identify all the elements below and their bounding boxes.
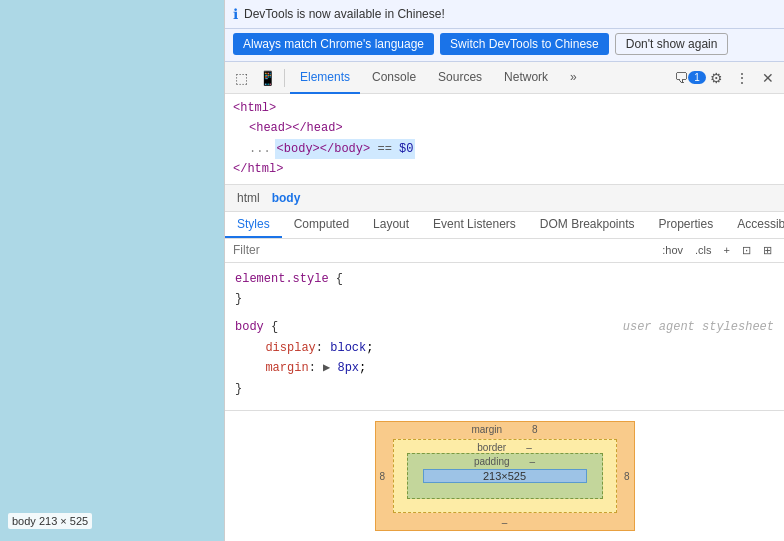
dont-show-again-button[interactable]: Don't show again bbox=[615, 33, 729, 55]
element-style-selector: element.style bbox=[235, 272, 336, 286]
css-styles-panel: element.style { } body { user agent styl… bbox=[225, 263, 784, 410]
display-property[interactable]: display bbox=[265, 341, 315, 355]
breadcrumb-html[interactable]: html bbox=[233, 189, 264, 207]
box-model-diagram: margin 8 8 8 – border – bbox=[375, 421, 635, 531]
breadcrumb: html body bbox=[225, 185, 784, 212]
breadcrumb-body[interactable]: body bbox=[268, 189, 305, 207]
html-open-tag: <html> bbox=[233, 101, 276, 115]
webpage-preview: body 213 × 525 bbox=[0, 0, 225, 541]
element-style-rule: element.style { } bbox=[235, 269, 774, 310]
margin-left-value: 8 bbox=[380, 471, 386, 482]
close-icon[interactable]: ✕ bbox=[756, 66, 780, 90]
user-agent-comment: user agent stylesheet bbox=[623, 317, 774, 337]
more-options-icon[interactable]: ⋮ bbox=[730, 66, 754, 90]
expand-button[interactable]: ⊞ bbox=[759, 242, 776, 259]
body-tag-highlighted: <body></body> == $0 bbox=[275, 139, 416, 159]
main-toolbar: ⬚ 📱 Elements Console Sources Network » 🗨… bbox=[225, 62, 784, 94]
info-icon: ℹ bbox=[233, 6, 238, 22]
subtab-dom-breakpoints[interactable]: DOM Breakpoints bbox=[528, 212, 647, 238]
content-box: 213×525 bbox=[423, 469, 587, 483]
filter-bar: :hov .cls + ⊡ ⊞ bbox=[225, 239, 784, 263]
dom-html-close-tag[interactable]: </html> bbox=[233, 159, 776, 179]
toolbar-right-actions: 🗨 1 ⚙ ⋮ ✕ bbox=[678, 66, 780, 90]
subtab-layout[interactable]: Layout bbox=[361, 212, 421, 238]
dom-html-tag[interactable]: <html> bbox=[233, 98, 776, 118]
border-value: – bbox=[526, 442, 532, 453]
subtab-accessibility[interactable]: Accessibility bbox=[725, 212, 784, 238]
head-tag: <head></head> bbox=[249, 121, 343, 135]
filter-input[interactable] bbox=[233, 243, 652, 257]
border-label: border bbox=[477, 442, 506, 453]
dom-head-tag[interactable]: <head></head> bbox=[233, 118, 776, 138]
padding-value: – bbox=[530, 456, 536, 467]
settings-icon[interactable]: ⚙ bbox=[704, 66, 728, 90]
subtab-properties[interactable]: Properties bbox=[647, 212, 726, 238]
margin-bottom-value: – bbox=[502, 517, 508, 528]
content-size: 213×525 bbox=[483, 470, 526, 482]
margin-right-value: 8 bbox=[624, 471, 630, 482]
filter-actions: :hov .cls + ⊡ ⊞ bbox=[658, 242, 776, 259]
device-toggle-icon[interactable]: 📱 bbox=[255, 66, 279, 90]
tab-more[interactable]: » bbox=[560, 62, 587, 94]
tab-console[interactable]: Console bbox=[362, 62, 426, 94]
feedback-icon[interactable]: 🗨 1 bbox=[678, 66, 702, 90]
subtab-styles[interactable]: Styles bbox=[225, 212, 282, 238]
dom-body-tag[interactable]: ... <body></body> == $0 bbox=[233, 139, 776, 159]
dom-tree: <html> <head></head> ... <body></body> =… bbox=[225, 94, 784, 185]
action-buttons-bar: Always match Chrome's language Switch De… bbox=[225, 29, 784, 62]
cursor-tool-icon[interactable]: ⬚ bbox=[229, 66, 253, 90]
tab-network[interactable]: Network bbox=[494, 62, 558, 94]
box-model-section: margin 8 8 8 – border – bbox=[225, 410, 784, 541]
padding-label: padding bbox=[474, 456, 510, 467]
body-size-label: body 213 × 525 bbox=[8, 513, 92, 529]
toggle-sidebar-button[interactable]: ⊡ bbox=[738, 242, 755, 259]
info-bar: ℹ DevTools is now available in Chinese! bbox=[225, 0, 784, 29]
margin-property[interactable]: margin bbox=[265, 361, 308, 375]
body-style-rule: body { user agent stylesheet display: bl… bbox=[235, 317, 774, 399]
feedback-badge: 🗨 bbox=[674, 70, 688, 86]
margin-label: margin bbox=[471, 424, 502, 435]
cls-button[interactable]: .cls bbox=[691, 242, 716, 258]
hov-button[interactable]: :hov bbox=[658, 242, 687, 258]
devtools-panel: ℹ DevTools is now available in Chinese! … bbox=[225, 0, 784, 541]
dots: ... bbox=[249, 139, 271, 159]
body-selector: body bbox=[235, 320, 271, 334]
sub-tabs-bar: Styles Computed Layout Event Listeners D… bbox=[225, 212, 784, 239]
margin-top-value: 8 bbox=[532, 424, 538, 435]
subtab-event-listeners[interactable]: Event Listeners bbox=[421, 212, 528, 238]
info-message: DevTools is now available in Chinese! bbox=[244, 7, 776, 21]
toolbar-separator bbox=[284, 69, 285, 87]
margin-arrow[interactable]: ▶ bbox=[323, 361, 330, 375]
display-value[interactable]: block bbox=[330, 341, 366, 355]
html-close-tag: </html> bbox=[233, 162, 283, 176]
tab-elements[interactable]: Elements bbox=[290, 62, 360, 94]
add-style-rule-button[interactable]: + bbox=[720, 242, 734, 258]
margin-value[interactable]: 8px bbox=[337, 361, 359, 375]
tab-sources[interactable]: Sources bbox=[428, 62, 492, 94]
subtab-computed[interactable]: Computed bbox=[282, 212, 361, 238]
switch-devtools-button[interactable]: Switch DevTools to Chinese bbox=[440, 33, 609, 55]
match-language-button[interactable]: Always match Chrome's language bbox=[233, 33, 434, 55]
